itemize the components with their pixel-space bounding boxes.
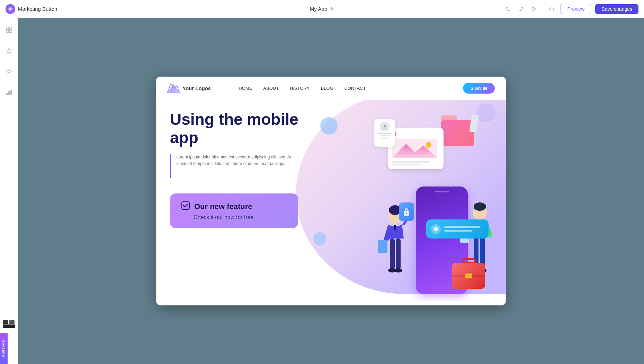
hero-divider: [170, 154, 171, 178]
sidebar: Upgrade: [0, 18, 18, 364]
edit-app-name-icon[interactable]: ✎: [330, 6, 334, 12]
canvas-area: Your Logos HOME ABOUT HISTORY BLOG CONTA…: [18, 18, 644, 364]
marketing-button[interactable]: Our new feature Check it out now for fre…: [170, 193, 298, 228]
logo-icon: [6, 4, 15, 14]
upgrade-button[interactable]: Upgrade: [0, 333, 8, 364]
sidebar-item-pin[interactable]: [3, 44, 15, 57]
svg-rect-9: [3, 320, 8, 324]
nav-links: HOME ABOUT HISTORY BLOG CONTACT: [239, 86, 366, 91]
svg-point-18: [384, 125, 386, 127]
svg-point-26: [394, 268, 402, 272]
preview-frame: Your Logos HOME ABOUT HISTORY BLOG CONTA…: [156, 77, 506, 305]
marketing-btn-subtitle: Check it out now for free: [194, 214, 253, 220]
svg-point-17: [426, 142, 431, 148]
undo-button[interactable]: [503, 5, 512, 14]
svg-rect-10: [9, 320, 15, 324]
app-logo: Marketing Button: [6, 4, 57, 14]
svg-rect-14: [182, 202, 189, 209]
marketing-btn-title: Our new feature: [194, 202, 252, 211]
sidebar-bottom-tool[interactable]: [3, 320, 15, 329]
briefcase: [452, 263, 485, 289]
svg-rect-2: [9, 27, 12, 29]
svg-rect-8: [10, 90, 12, 95]
folder-element: [458, 110, 491, 136]
svg-rect-11: [3, 324, 15, 328]
svg-rect-27: [378, 240, 387, 253]
profile-card: [374, 119, 395, 147]
hero-description-block: Lorem ipsum dolor sit amet, consectetur …: [170, 154, 300, 182]
hero-title: Using the mobile app: [170, 110, 300, 147]
deco-circle-1: [320, 117, 338, 135]
website-logo: Your Logos: [167, 84, 211, 93]
website-navbar: Your Logos HOME ABOUT HISTORY BLOG CONTA…: [156, 77, 506, 100]
lock-badge: [399, 202, 414, 221]
ui-card: [388, 128, 444, 169]
topbar-center: My App ✎: [310, 6, 334, 12]
chat-bubble: [426, 219, 489, 239]
nav-contact[interactable]: CONTACT: [345, 86, 366, 91]
nav-home[interactable]: HOME: [239, 86, 252, 91]
sidebar-item-settings[interactable]: [3, 65, 15, 78]
svg-rect-4: [9, 30, 12, 33]
divider: [543, 5, 543, 13]
deco-circle-2: [313, 232, 327, 245]
hero-left: Using the mobile app Lorem ipsum dolor s…: [156, 100, 314, 301]
sign-in-button[interactable]: SIGN IN: [463, 83, 495, 94]
redo-button[interactable]: [517, 5, 526, 14]
topbar-actions: Preview Save changes: [503, 4, 638, 14]
logo-svg: [167, 84, 180, 93]
sidebar-item-grid[interactable]: [3, 24, 15, 36]
svg-point-5: [8, 70, 10, 72]
svg-rect-6: [6, 93, 8, 95]
svg-point-20: [406, 213, 407, 214]
svg-rect-3: [6, 30, 9, 33]
save-changes-button[interactable]: Save changes: [595, 4, 638, 14]
website-logo-text: Your Logos: [182, 85, 211, 91]
sidebar-item-chart[interactable]: [3, 86, 15, 98]
nav-history[interactable]: HISTORY: [290, 86, 310, 91]
app-title: Marketing Button: [18, 6, 57, 12]
code-button[interactable]: [547, 5, 556, 14]
main-layout: Upgrade: [0, 18, 644, 364]
svg-rect-24: [396, 239, 401, 270]
hero-section: Using the mobile app Lorem ipsum dolor s…: [156, 100, 506, 301]
svg-rect-23: [390, 239, 395, 270]
topbar: Marketing Button My App ✎ Preview Save c…: [0, 0, 644, 18]
svg-point-29: [474, 202, 486, 211]
preview-button[interactable]: Preview: [561, 4, 591, 14]
nav-about[interactable]: ABOUT: [263, 86, 279, 91]
current-app-name: My App: [310, 6, 327, 12]
nav-blog[interactable]: BLOG: [321, 86, 333, 91]
marketing-btn-top: Our new feature: [181, 201, 252, 212]
svg-rect-1: [6, 27, 9, 29]
svg-rect-7: [8, 91, 10, 95]
hero-right-illustration: [289, 100, 506, 301]
marketing-btn-icon: [181, 201, 190, 212]
hero-description: Lorem ipsum dolor sit amet, consectetur …: [176, 154, 299, 167]
cursor-button[interactable]: [530, 5, 539, 14]
